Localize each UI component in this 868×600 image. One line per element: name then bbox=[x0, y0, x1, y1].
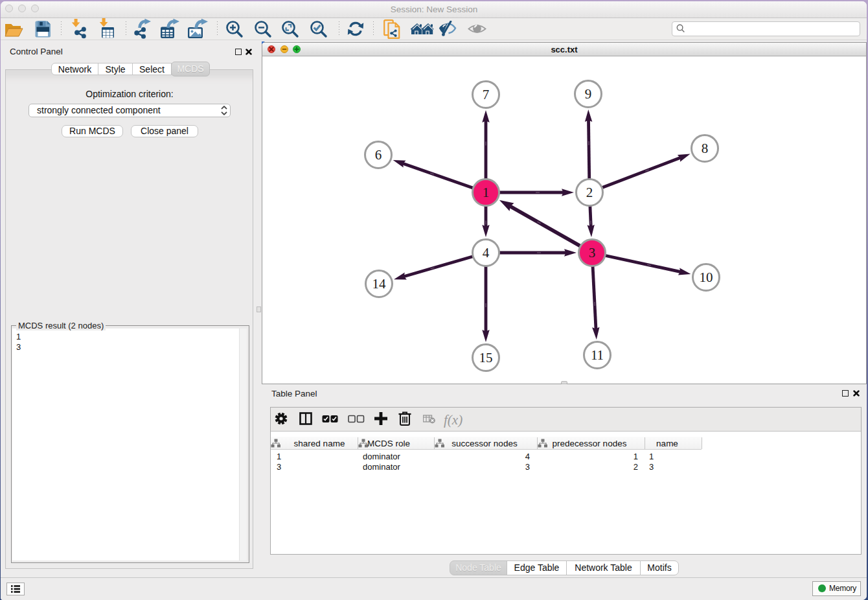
svg-text:10: 10 bbox=[700, 270, 713, 285]
svg-text:4: 4 bbox=[483, 245, 490, 260]
svg-text:2: 2 bbox=[586, 185, 593, 200]
svg-text:8: 8 bbox=[702, 141, 709, 156]
svg-text:15: 15 bbox=[479, 350, 493, 365]
svg-text:14: 14 bbox=[372, 276, 387, 292]
svg-text:11: 11 bbox=[591, 347, 604, 363]
svg-text:7: 7 bbox=[483, 87, 490, 102]
svg-text:6: 6 bbox=[375, 147, 382, 163]
svg-text:9: 9 bbox=[585, 86, 592, 102]
svg-text:1: 1 bbox=[483, 185, 490, 200]
svg-text:3: 3 bbox=[589, 245, 596, 260]
